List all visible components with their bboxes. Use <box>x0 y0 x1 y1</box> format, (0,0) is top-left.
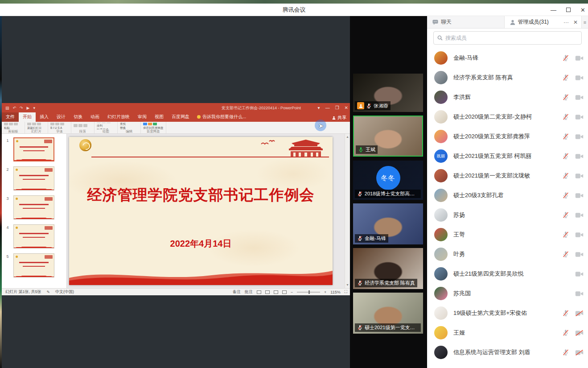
camera-icon[interactable] <box>575 349 584 356</box>
slide-thumb-panel[interactable]: 1 2 3 4 5 <box>2 134 67 288</box>
member-row[interactable]: 凯丽 硕士2021级第五党支部 柯凯丽 <box>427 146 588 166</box>
ppt-tab[interactable]: 审阅 <box>134 112 151 122</box>
ppt-scrollbar[interactable]: ▲ ▼ <box>345 134 350 288</box>
camera-icon[interactable] <box>575 114 584 120</box>
video-tile[interactable]: 张湘蓉 <box>353 74 423 112</box>
tab-manage-members[interactable]: 管理成员(31) ··· ✕ <box>505 16 582 28</box>
spellcheck-icon[interactable]: ✎ <box>47 290 50 294</box>
comments-button[interactable]: 批注 <box>245 289 253 295</box>
slide-thumbnail[interactable] <box>13 224 54 248</box>
member-row[interactable]: 王哿 <box>427 225 588 244</box>
member-search-input[interactable] <box>445 35 581 41</box>
reading-view-icon[interactable] <box>274 290 278 294</box>
ppt-tab[interactable]: 插入 <box>36 112 53 122</box>
camera-icon[interactable] <box>575 251 584 258</box>
zoom-level[interactable]: 115% <box>330 290 340 294</box>
video-tile[interactable]: 冬冬 2018级博士党支部高冬冬 <box>353 161 423 200</box>
ppt-tab[interactable]: 文件 <box>2 112 19 122</box>
video-tile[interactable]: 金融-马锋 <box>353 203 423 244</box>
ribbon-group[interactable]: B I U S A 字体 <box>48 122 71 133</box>
sorter-view-icon[interactable] <box>265 290 270 294</box>
close-button[interactable]: ✕ <box>580 7 585 13</box>
minimize-button[interactable]: — <box>551 7 556 13</box>
member-row[interactable]: 信息系统与运营管理支部 刘盾 <box>427 343 588 362</box>
slide-thumbnail[interactable] <box>13 137 54 161</box>
member-row[interactable]: 苏扬 <box>427 205 588 225</box>
ribbon-group[interactable]: 查找替换选择 编辑 <box>118 122 141 133</box>
slide-thumbnail[interactable] <box>13 253 54 277</box>
camera-icon[interactable] <box>575 212 584 219</box>
panel-menu-icon[interactable]: ≡ <box>582 16 588 28</box>
member-row[interactable]: 19级硕士第六党支部+宋俊佑 <box>427 303 588 323</box>
video-tile[interactable]: 经济学系党支部 陈有真 <box>353 248 423 289</box>
camera-icon[interactable] <box>575 330 584 336</box>
camera-icon[interactable] <box>575 55 584 62</box>
ribbon-group[interactable]: 段落 <box>71 122 95 133</box>
member-row[interactable]: 硕士21级第四党支部吴欣悦 <box>427 264 588 284</box>
member-search-box[interactable] <box>433 31 582 45</box>
slide-thumb-row[interactable]: 3 <box>2 195 66 219</box>
ppt-tab[interactable]: 视图 <box>151 112 168 122</box>
mic-muted-icon[interactable] <box>562 74 569 81</box>
mic-muted-icon[interactable] <box>562 349 569 356</box>
slide-canvas[interactable]: 经济管理学院党支部书记工作例会 2022年4月14日 ▲ ▼ <box>67 134 350 288</box>
member-row[interactable]: 苏兆国 <box>427 284 588 303</box>
member-row[interactable]: 叶勇 <box>427 244 588 264</box>
mic-muted-icon[interactable] <box>562 133 569 140</box>
ppt-tab[interactable]: 百度网盘 <box>168 112 193 122</box>
camera-icon[interactable] <box>575 173 584 179</box>
member-row[interactable]: 王娅 <box>427 323 588 343</box>
mic-muted-icon[interactable] <box>562 231 569 238</box>
slideshow-view-icon[interactable] <box>282 290 287 294</box>
mic-muted-icon[interactable] <box>562 153 569 160</box>
ppt-close-button[interactable]: ✕ <box>345 106 348 110</box>
camera-icon[interactable] <box>575 94 584 101</box>
mic-muted-icon[interactable] <box>562 54 569 62</box>
camera-icon[interactable] <box>575 290 584 297</box>
more-options-icon[interactable]: ··· <box>563 19 569 25</box>
camera-icon[interactable] <box>575 74 584 81</box>
member-row[interactable]: 李洪辉 <box>427 87 588 107</box>
camera-icon[interactable] <box>575 153 584 160</box>
camera-icon[interactable] <box>575 310 584 317</box>
video-tile[interactable]: 王斌 <box>353 116 423 157</box>
video-tile[interactable]: 硕士2021级第一党支部... <box>353 293 423 334</box>
notes-button[interactable]: 备注 <box>233 289 241 295</box>
slide-thumb-row[interactable]: 4 <box>2 224 66 248</box>
ppt-tab[interactable]: 切换 <box>70 112 86 122</box>
normal-view-icon[interactable] <box>257 290 261 294</box>
member-row[interactable]: 硕士2021级第一党支部沈珑敏 <box>427 166 588 186</box>
ppt-share-button[interactable]: 共享 <box>332 115 346 121</box>
fit-window-icon[interactable]: ⛶ <box>345 289 347 294</box>
mic-muted-icon[interactable] <box>562 310 569 317</box>
member-list[interactable]: 金融-马锋 经济学系党支部 陈有真 <box>427 48 588 368</box>
slide-thumb-row[interactable]: 2 <box>2 166 66 190</box>
slide-thumb-row[interactable]: 5 <box>2 253 66 277</box>
tab-chat[interactable]: 聊天 <box>427 16 505 28</box>
member-row[interactable]: 硕士20级3支部孔君 <box>427 186 588 205</box>
ribbon-group[interactable]: 新建幻灯片 幻灯片 <box>25 122 48 133</box>
ppt-minimize-button[interactable]: — <box>325 106 330 110</box>
close-panel-icon[interactable]: ✕ <box>573 19 578 25</box>
camera-icon[interactable] <box>575 133 584 140</box>
camera-icon[interactable] <box>575 232 584 238</box>
mic-muted-icon[interactable] <box>562 172 569 179</box>
ppt-tab[interactable]: 动画 <box>86 112 103 122</box>
member-row[interactable]: 硕士2020级第二党支部-文静柯 <box>427 107 588 127</box>
ppt-ribbon-options-button[interactable]: ▾ <box>318 106 320 110</box>
mic-muted-icon[interactable] <box>562 192 569 199</box>
mic-muted-icon[interactable] <box>562 113 569 120</box>
ribbon-group[interactable]: 粘贴 剪贴板 <box>2 122 25 133</box>
ppt-tellme-box[interactable]: 告诉我你想要做什么... <box>193 112 250 122</box>
meeting-titlebar[interactable]: 腾讯会议 — ✕ <box>0 4 588 16</box>
mic-muted-icon[interactable] <box>562 251 569 258</box>
ribbon-group[interactable]: 排列快速样式 绘图 <box>95 122 118 133</box>
language-status[interactable]: 中文(中国) <box>55 289 74 295</box>
ppt-maximize-button[interactable]: ❐ <box>335 106 339 110</box>
slide-thumb-row[interactable]: 1 <box>2 137 66 161</box>
camera-icon[interactable] <box>575 271 584 277</box>
zoom-out-button[interactable]: − <box>291 290 293 294</box>
slide-thumbnail[interactable] <box>13 166 54 190</box>
mic-muted-icon[interactable] <box>562 329 569 336</box>
maximize-button[interactable] <box>566 8 571 12</box>
